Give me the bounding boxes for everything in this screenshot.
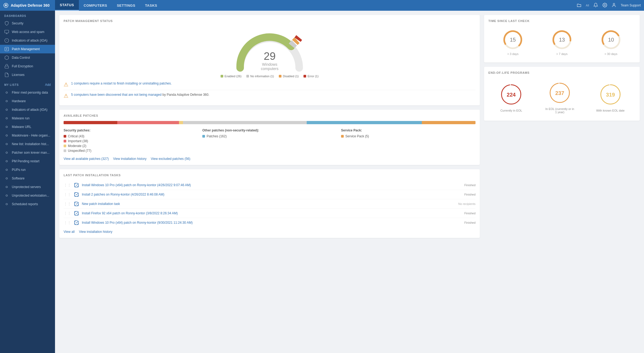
list-label-maskinvare: Maskinvare - Hele organi...	[12, 134, 50, 137]
legend-label: Error (1)	[308, 75, 319, 78]
bell-icon[interactable]	[593, 3, 598, 8]
sidebar-list-unprotected-workstations[interactable]: Unprotected workstation...	[0, 191, 55, 200]
gauge-container: 29 Windows computers	[64, 26, 475, 72]
bar-important	[117, 121, 179, 124]
tab-tasks[interactable]: TASKS	[140, 0, 162, 11]
patch-item: Service Pack (5)	[341, 134, 475, 138]
sidebar-list-patcher[interactable]: Patcher som krever man...	[0, 148, 55, 157]
patch-status-card: PATCH MANAGEMENT STATUS	[59, 15, 480, 105]
sidebar-icon-full-encryption	[4, 64, 9, 69]
list-icon-pups-run	[4, 167, 9, 172]
task-name-1[interactable]: Install 2 patches on Ronny-kontor (4/26/…	[82, 193, 462, 196]
sidebar-list-ioa2[interactable]: Indicators of attack (IOA)	[0, 105, 55, 114]
sidebar-list-unprotected-servers[interactable]: Unprotected servers	[0, 183, 55, 191]
sidebar-item-data-control[interactable]: Data Control	[0, 53, 55, 62]
patches-link[interactable]: View all available patches (327)	[64, 157, 109, 161]
patch-dot	[64, 140, 66, 142]
sidebar-label-web-access: Web access and spam	[12, 30, 44, 34]
user-icon[interactable]	[612, 3, 616, 8]
task-bottom-link[interactable]: View installation history	[79, 230, 112, 234]
patches-links: View all available patches (327)View ins…	[64, 157, 475, 161]
task-row-0: ⋮⋮ Install Windows 10 Pro (x64) patch on…	[64, 181, 475, 190]
svg-text:Windows: Windows	[262, 62, 277, 67]
patch-label: Service Pack (5)	[345, 134, 369, 138]
sidebar-lists: Filesr med personlig data Hardware Indic…	[0, 88, 55, 208]
list-label-pups-run: PUPs run	[12, 168, 25, 172]
sidebar-item-patch-management[interactable]: Patch Management	[0, 45, 55, 53]
patch-label: Important (38)	[68, 139, 88, 143]
task-status-3: Finished	[464, 212, 475, 215]
my-lists-title: MY LISTS	[4, 83, 19, 86]
sidebar-list-maskinvare[interactable]: Maskinvare - Hele organi...	[0, 131, 55, 140]
tab-computers[interactable]: COMPUTERS	[79, 0, 112, 11]
eol-label-1: In EOL (currently or in 1 year)	[545, 107, 575, 114]
warning-link-1[interactable]: 1 computers require a restart to finish …	[71, 82, 172, 85]
task-drag-2: ⋮⋮	[64, 202, 71, 206]
top-nav: Adaptive Defense 360 STATUS COMPUTERS SE…	[0, 0, 644, 11]
sidebar-icon-web-access	[4, 30, 9, 34]
svg-rect-11	[5, 66, 9, 68]
sidebar-list-pups-run[interactable]: PUPs run	[0, 166, 55, 174]
sidebar-list-new-list[interactable]: New list: Installation hist...	[0, 140, 55, 148]
bar-patches	[307, 121, 422, 124]
bar-servicepack	[422, 121, 475, 124]
sidebar-item-full-encryption[interactable]: Full Encryption	[0, 62, 55, 71]
sidebar-list-filesr[interactable]: Filesr med personlig data	[0, 88, 55, 97]
eol-title: END-OF-LIFE PROGRAMS	[488, 71, 635, 74]
sidebar-list-malware-url[interactable]: Malware URL	[0, 123, 55, 131]
svg-point-15	[6, 117, 8, 119]
sidebar-list-scheduled-reports[interactable]: Scheduled reports	[0, 200, 55, 208]
sidebar-icon-security	[4, 21, 9, 26]
sidebar-list-software[interactable]: Software	[0, 174, 55, 183]
patch-item: Critical (43)	[64, 134, 198, 138]
sidebar-item-web-access[interactable]: Web access and spam	[0, 28, 55, 36]
sidebar-list-hardware[interactable]: Hardware	[0, 97, 55, 105]
settings-icon[interactable]	[602, 3, 607, 8]
sidebar-item-security[interactable]: Security	[0, 19, 55, 28]
sidebar-list-pm-pending[interactable]: PM Pending restart	[0, 157, 55, 166]
tab-settings[interactable]: SETTINGS	[112, 0, 140, 11]
eol-circles-row: 224 Currently in EOL 237 In EOL (current…	[488, 78, 635, 116]
other-patch-items: Patches (162)	[202, 134, 337, 138]
task-name-4[interactable]: Install Windows 10 Pro (x64) patch on Ro…	[82, 221, 462, 225]
time-circle-0: 15 > 3 days	[502, 29, 524, 56]
servicepack-col: Service Pack: Service Pack (5)	[341, 128, 475, 154]
svg-point-13	[6, 100, 8, 102]
task-icon-3	[74, 211, 79, 216]
eol-item-0: 224 Currently in EOL	[499, 82, 523, 112]
sidebar-item-licenses[interactable]: Licenses	[0, 71, 55, 79]
task-icon-4	[74, 220, 79, 225]
add-list-button[interactable]: Add	[45, 83, 51, 87]
nav-tabs: STATUS COMPUTERS SETTINGS TASKS	[55, 0, 162, 11]
eol-item-1: 237 In EOL (currently or in 1 year)	[545, 81, 575, 114]
last-patch-tasks-card: LAST PATCH INSTALLATION TASKS ⋮⋮ Install…	[59, 169, 480, 238]
task-name-0[interactable]: Install Windows 10 Pro (x64) patch on Ro…	[82, 183, 462, 187]
svg-text:15: 15	[510, 37, 516, 43]
sidebar-icon-patch-management	[4, 47, 9, 52]
svg-point-20	[6, 160, 8, 162]
svg-point-33	[75, 221, 79, 225]
time-circle-label-0: > 3 days	[502, 52, 524, 56]
svg-point-31	[75, 202, 79, 206]
patch-dot	[341, 135, 344, 138]
main-layout: DASHBOARDS Security Web access and spam …	[0, 11, 644, 353]
task-bottom-link[interactable]: View all	[64, 230, 75, 234]
list-icon-new-list	[4, 142, 9, 146]
list-label-hardware: Hardware	[12, 99, 26, 103]
task-name-2[interactable]: New patch installation task	[82, 202, 456, 206]
sidebar-label-ioa: Indicators of attack (IOA)	[12, 39, 47, 42]
task-name-3[interactable]: Install Firefox 92 x64 patch on Ronny-ko…	[82, 211, 462, 215]
sidebar-item-ioa[interactable]: Indicators of attack (IOA)	[0, 36, 55, 45]
sidebar-list-malware-run[interactable]: Malware run	[0, 114, 55, 123]
tab-status[interactable]: STATUS	[55, 0, 79, 11]
left-panel: PATCH MANAGEMENT STATUS	[59, 15, 480, 242]
legend-dot	[303, 75, 306, 78]
list-icon-patcher	[4, 150, 9, 155]
patch-status-title: PATCH MANAGEMENT STATUS	[64, 19, 475, 23]
patches-link[interactable]: View excluded patches (56)	[151, 157, 190, 161]
task-icon-1	[74, 192, 79, 197]
folder-icon[interactable]	[577, 3, 581, 8]
legend-item: Disabled (1)	[279, 75, 299, 78]
patches-link[interactable]: View installation history	[113, 157, 147, 161]
patch-label: Critical (43)	[68, 134, 84, 138]
